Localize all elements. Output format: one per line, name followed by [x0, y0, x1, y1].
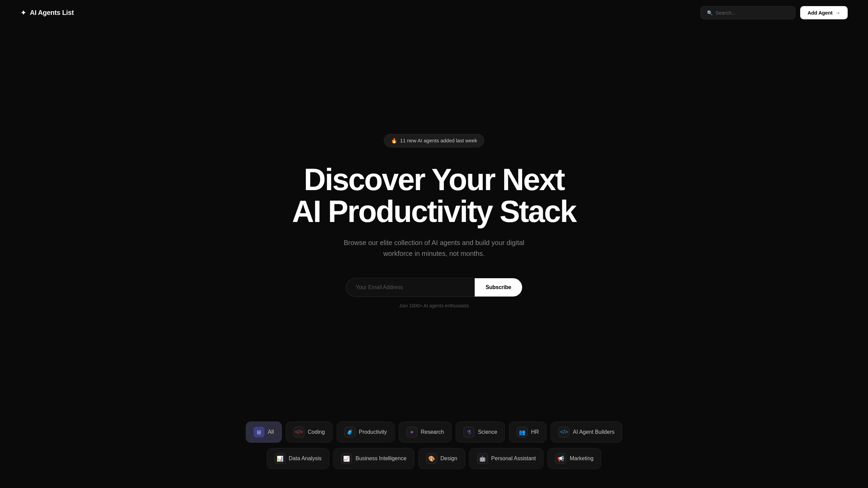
search-input[interactable]: [715, 10, 789, 16]
category-design-label: Design: [440, 455, 457, 462]
announcement-badge: 🔥 11 new AI agents added last week: [384, 134, 485, 147]
category-science-icon: ⚗: [463, 427, 474, 438]
category-marketing-icon: 📢: [555, 453, 566, 464]
category-bi-label: Business Intelligence: [355, 455, 406, 462]
category-personal-icon: 🤖: [477, 453, 488, 464]
category-coding-icon: </>: [294, 427, 304, 438]
add-agent-arrow-icon: →: [835, 10, 840, 16]
category-productivity-icon: 🧳: [344, 427, 355, 438]
category-marketing-label: Marketing: [570, 455, 593, 462]
category-marketing[interactable]: 📢Marketing: [548, 448, 601, 469]
badge-text: 11 new AI agents added last week: [400, 138, 477, 143]
logo-text: AI Agents List: [30, 9, 74, 17]
category-aibuilders-label: AI Agent Builders: [573, 429, 614, 435]
category-hr-label: HR: [531, 429, 539, 435]
category-hr-icon: 👥: [517, 427, 528, 438]
category-all-label: All: [268, 429, 274, 435]
category-personal-label: Personal Assistant: [491, 455, 536, 462]
navbar: ✦ AI Agents List 🔍 Add Agent →: [0, 0, 868, 25]
add-agent-label: Add Agent: [808, 10, 832, 16]
category-productivity-label: Productivity: [359, 429, 387, 435]
hero-subtitle: Browse our elite collection of AI agents…: [332, 237, 536, 259]
logo[interactable]: ✦ AI Agents List: [20, 8, 74, 17]
category-all[interactable]: ⊞All: [246, 422, 282, 443]
category-research-label: Research: [421, 429, 444, 435]
category-aibuilders[interactable]: </>AI Agent Builders: [551, 422, 622, 443]
category-design-icon: 🎨: [426, 453, 437, 464]
add-agent-button[interactable]: Add Agent →: [800, 6, 848, 19]
category-productivity[interactable]: 🧳Productivity: [337, 422, 395, 443]
email-form: Subscribe: [346, 278, 522, 297]
categories-row-2: 📊Data Analysis📈Business Intelligence🎨Des…: [20, 448, 848, 469]
category-aibuilders-icon: </>: [558, 427, 569, 438]
category-research-icon: ✦: [407, 427, 417, 438]
hero-section: 🔥 11 new AI agents added last week Disco…: [0, 0, 868, 415]
search-bar[interactable]: 🔍: [701, 6, 795, 19]
search-icon: 🔍: [707, 10, 713, 16]
category-all-icon: ⊞: [254, 427, 264, 438]
category-hr[interactable]: 👥HR: [509, 422, 547, 443]
hero-title-line1: Discover Your Next: [304, 163, 564, 197]
email-input[interactable]: [346, 278, 475, 297]
category-research[interactable]: ✦Research: [399, 422, 452, 443]
category-dataanalysis[interactable]: 📊Data Analysis: [267, 448, 330, 469]
category-science-label: Science: [478, 429, 497, 435]
categories-section: ⊞All</>Coding🧳Productivity✦Research⚗Scie…: [0, 415, 868, 469]
badge-emoji: 🔥: [391, 138, 397, 144]
subscribe-button[interactable]: Subscribe: [475, 278, 522, 297]
category-dataanalysis-icon: 📊: [275, 453, 285, 464]
logo-icon: ✦: [20, 8, 26, 17]
categories-row-1: ⊞All</>Coding🧳Productivity✦Research⚗Scie…: [20, 422, 848, 443]
category-science[interactable]: ⚗Science: [456, 422, 505, 443]
category-personal[interactable]: 🤖Personal Assistant: [469, 448, 544, 469]
category-coding[interactable]: </>Coding: [286, 422, 333, 443]
category-bi[interactable]: 📈Business Intelligence: [333, 448, 414, 469]
hero-title: Discover Your Next AI Productivity Stack: [292, 164, 576, 228]
nav-right: 🔍 Add Agent →: [701, 6, 848, 19]
category-dataanalysis-label: Data Analysis: [289, 455, 322, 462]
category-design[interactable]: 🎨Design: [418, 448, 465, 469]
join-text: Join 1000+ AI agents enthusiasts: [399, 303, 469, 308]
category-coding-label: Coding: [308, 429, 325, 435]
category-bi-icon: 📈: [341, 453, 352, 464]
hero-title-line2: AI Productivity Stack: [292, 195, 576, 228]
